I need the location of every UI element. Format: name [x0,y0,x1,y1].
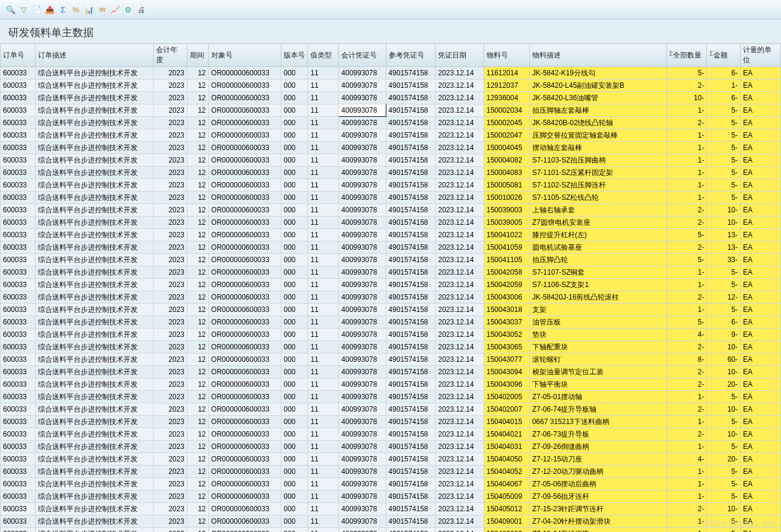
cell-order[interactable]: 600033 [1,266,36,279]
cell-uom[interactable]: EA [741,92,781,104]
cell-mat[interactable]: 150404031 [484,441,529,453]
cell-ref[interactable]: 4901574158 [386,142,436,154]
cell-uom[interactable]: EA [741,179,781,192]
cell-date[interactable]: 2023.12.14 [436,117,484,129]
cell-period[interactable]: 12 [187,266,208,279]
cell-amt[interactable]: 5- [707,266,741,279]
layout-icon[interactable]: ⚙ [123,5,133,14]
cell-obj[interactable]: OR000000600033 [208,304,281,316]
cell-ref[interactable]: 4901574158 [386,441,436,453]
cell-qty[interactable]: 1- [666,490,707,503]
cell-ver[interactable]: 000 [281,428,308,441]
cell-date[interactable]: 2023.12.14 [436,204,484,216]
cell-date[interactable]: 2023.12.14 [436,154,484,167]
cell-mdesc[interactable]: S7-1107-SZ铜套 [529,266,666,279]
cell-ver[interactable]: 000 [281,92,308,104]
cell-amt[interactable]: 10- [707,428,741,441]
cell-ver[interactable]: 000 [281,216,308,229]
cell-uom[interactable]: EA [741,117,781,129]
cell-date[interactable]: 2023.12.14 [436,279,484,291]
cell-ver[interactable]: 000 [281,316,308,329]
cell-mat[interactable]: 150042058 [484,266,529,279]
cell-desc[interactable]: 综合送料平台步进控制技术开发 [35,142,153,154]
cell-period[interactable]: 12 [187,503,208,515]
cell-order[interactable]: 600033 [1,192,36,204]
cell-year[interactable]: 2023 [154,254,188,266]
cell-obj[interactable]: OR000000600033 [208,192,281,204]
cell-doc[interactable]: 400993078 [339,104,386,117]
cell-year[interactable]: 2023 [154,92,188,104]
cell-ver[interactable]: 000 [281,391,308,403]
cell-qty[interactable]: 1- [666,129,707,142]
cell-year[interactable]: 2023 [154,229,188,241]
cell-doc[interactable]: 400993078 [339,378,386,391]
cell-qty[interactable]: 1- [666,192,707,204]
cell-order[interactable]: 600033 [1,453,36,466]
cell-period[interactable]: 12 [187,366,208,378]
cell-ver[interactable]: 000 [281,441,308,453]
cell-ver[interactable]: 000 [281,129,308,142]
cell-uom[interactable]: EA [741,154,781,167]
cell-obj[interactable]: OR000000600033 [208,353,281,366]
cell-qty[interactable]: 1- [666,466,707,478]
cell-doc[interactable]: 400993078 [339,503,386,515]
cell-doc[interactable]: 400993078 [339,241,386,254]
cell-amt[interactable]: 5- [707,416,741,428]
cell-ref[interactable]: 4901574158 [386,341,436,353]
cell-year[interactable]: 2023 [154,478,188,490]
cell-mat[interactable]: 150005081 [484,179,529,192]
cell-period[interactable]: 12 [187,216,208,229]
col-desc[interactable]: 订单描述 [35,44,153,67]
cell-mdesc[interactable]: 支架 [529,304,666,316]
spreadsheet-icon[interactable]: 📊 [84,5,94,14]
table-row[interactable]: 600033综合送料平台步进控制技术开发202312OR000000600033… [1,92,781,104]
cell-year[interactable]: 2023 [154,528,188,533]
cell-doc[interactable]: 400993078 [339,254,386,266]
cell-valtype[interactable]: 11 [308,67,339,79]
cell-uom[interactable]: EA [741,466,781,478]
cell-date[interactable]: 2023.12.14 [436,416,484,428]
cell-qty[interactable]: 2- [666,291,707,304]
cell-ver[interactable]: 000 [281,353,308,366]
cell-doc[interactable]: 400993078 [339,79,386,92]
cell-valtype[interactable]: 11 [308,167,339,179]
cell-mdesc[interactable]: 下轴平衡块 [529,378,666,391]
cell-order[interactable]: 600033 [1,341,36,353]
cell-ref[interactable]: 4901574158 [386,154,436,167]
cell-qty[interactable]: 4- [666,453,707,466]
cell-ver[interactable]: 000 [281,478,308,490]
cell-year[interactable]: 2023 [154,167,188,179]
table-row[interactable]: 600033综合送料平台步进控制技术开发202312OR000000600033… [1,167,781,179]
cell-doc[interactable]: 400993078 [339,528,386,533]
cell-valtype[interactable]: 11 [308,341,339,353]
cell-amt[interactable]: 5- [707,117,741,129]
cell-uom[interactable]: EA [741,254,781,266]
cell-obj[interactable]: OR000000600033 [208,515,281,528]
cell-doc[interactable]: 400993078 [339,478,386,490]
cell-doc[interactable]: 400993078 [339,366,386,378]
cell-valtype[interactable]: 11 [308,104,339,117]
cell-mdesc[interactable]: JK-58420-L45副油罐安装架B [529,79,666,92]
cell-mat[interactable]: 150043052 [484,329,529,341]
cell-valtype[interactable]: 11 [308,129,339,142]
cell-amt[interactable]: 5- [707,478,741,490]
cell-mat[interactable]: 150043065 [484,341,529,353]
cell-mat[interactable]: 150039003 [484,204,529,216]
cell-mat[interactable]: 150041059 [484,241,529,254]
cell-uom[interactable]: EA [741,104,781,117]
cell-ref[interactable]: 4901574158 [386,266,436,279]
cell-date[interactable]: 2023.12.14 [436,304,484,316]
cell-amt[interactable]: 12- [707,291,741,304]
cell-date[interactable]: 2023.12.14 [436,192,484,204]
cell-mat[interactable]: 150041022 [484,229,529,241]
cell-obj[interactable]: OR000000600033 [208,229,281,241]
cell-doc[interactable]: 400993078 [339,67,386,79]
cell-year[interactable]: 2023 [154,329,188,341]
cell-uom[interactable]: EA [741,67,781,79]
col-valtype[interactable]: 值类型 [308,44,339,67]
col-year[interactable]: 会计年度 [154,44,188,67]
cell-valtype[interactable]: 11 [308,79,339,92]
cell-amt[interactable]: 10- [707,216,741,229]
col-mat[interactable]: 物料号 [484,44,529,67]
cell-doc[interactable]: 400993078 [339,192,386,204]
